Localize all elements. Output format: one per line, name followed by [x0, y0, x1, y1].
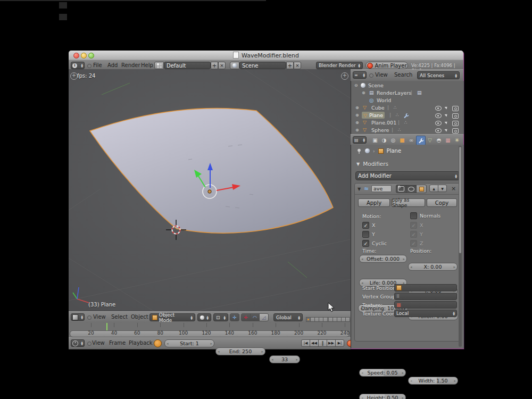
screen-layout-field[interactable]: Default — [164, 62, 211, 69]
normals-x-checkbox[interactable]: ✓ — [410, 222, 417, 229]
outliner-item-label[interactable]: Plane — [369, 112, 383, 118]
outliner-item-label[interactable]: Sphere — [371, 127, 389, 133]
delete-scene-button[interactable]: × — [294, 62, 301, 69]
apply-as-shape-button[interactable]: pply as Shape — [392, 198, 425, 207]
add-scene-button[interactable]: + — [286, 62, 294, 69]
outliner-item-label[interactable]: Plane.001 — [371, 120, 396, 126]
outliner-row-world[interactable]: ◎ World — [351, 97, 464, 104]
texture-coord-dropdown[interactable]: Local — [394, 310, 457, 317]
camera-restrict-icon[interactable] — [452, 106, 459, 111]
outliner-tree[interactable]: ⊖ Scene ⊕ ▤ RenderLayers | ▤ ◎ World ⊕ ▽… — [351, 81, 464, 134]
modifier-name-field[interactable]: ave — [371, 185, 392, 192]
mesh-data-icon[interactable]: ∴ — [398, 127, 401, 132]
mesh-data-icon[interactable]: ∴ — [404, 120, 408, 125]
pause-icon[interactable]: ‖ — [318, 339, 327, 347]
camera-restrict-icon[interactable] — [452, 128, 459, 134]
menu-playback[interactable]: Playback — [129, 340, 153, 346]
normals-y-checkbox[interactable]: ✓ — [410, 231, 417, 238]
camera-restrict-icon[interactable] — [452, 113, 459, 119]
add-layout-button[interactable]: + — [211, 62, 218, 69]
properties-shelf-plus-icon[interactable]: + — [341, 72, 348, 80]
position-x-field[interactable]: X: 0.00 — [408, 263, 458, 271]
cursor-arrow-icon[interactable] — [445, 120, 448, 124]
menu-render[interactable]: Render — [121, 62, 140, 68]
editor-type-selector-properties[interactable]: ▤ — [353, 136, 367, 144]
outliner-item-label[interactable]: Scene — [368, 82, 384, 88]
texture-field[interactable]: ▦ — [394, 301, 457, 309]
header-collapse-dot[interactable] — [369, 73, 373, 78]
delete-x-icon[interactable]: × — [451, 185, 456, 192]
menu-view[interactable]: View — [375, 72, 388, 78]
header-collapse-dot[interactable] — [87, 342, 92, 346]
cyclic-row[interactable]: ✓ Cyclic — [362, 240, 387, 247]
editor-type-selector-3dview[interactable] — [71, 313, 85, 321]
editor-type-selector-timeline[interactable] — [71, 339, 85, 347]
speed-slider[interactable]: Speed: 0.05 — [359, 369, 406, 377]
motion-x-row[interactable]: ✓ X — [362, 222, 376, 229]
properties-scrollbar[interactable] — [459, 146, 462, 347]
mesh-data-icon[interactable]: ∴ — [394, 105, 397, 110]
pin-icon[interactable] — [356, 148, 362, 154]
eye-icon[interactable] — [435, 128, 442, 133]
menu-object[interactable]: Object — [131, 314, 148, 320]
wrench-icon[interactable] — [403, 113, 409, 119]
texture-tab-icon[interactable]: ▦ — [444, 136, 452, 144]
render-engine-dropdown[interactable]: Blender Render — [316, 62, 363, 69]
outliner-item-label[interactable]: Cube — [371, 105, 385, 111]
header-collapse-dot[interactable] — [87, 64, 92, 68]
frame-start-field[interactable]: Start: 1 — [164, 339, 214, 347]
width-slider[interactable]: Width: 1.50 — [408, 377, 458, 385]
modifier-expand-icon[interactable]: ▼ — [358, 187, 361, 192]
modifiers-panel-title[interactable]: ▼ Modifiers — [356, 161, 388, 167]
cursor-arrow-icon[interactable] — [445, 128, 448, 131]
menu-view[interactable]: View — [93, 314, 106, 320]
object-data-icon[interactable] — [365, 148, 370, 153]
current-frame-playhead[interactable] — [106, 323, 107, 330]
current-frame-field[interactable]: 33 — [269, 355, 300, 363]
anim-player-button[interactable]: Anim Player — [365, 62, 408, 69]
scenes-filter-dropdown[interactable]: All Scenes — [417, 71, 460, 79]
eye-icon[interactable] — [435, 113, 442, 118]
next-key-icon[interactable]: ▶▶ — [327, 339, 336, 347]
viewport-canvas[interactable] — [69, 69, 351, 311]
scene-field[interactable]: Scene — [239, 62, 286, 69]
scene-ball-icon[interactable] — [230, 62, 239, 69]
expand-plus-icon[interactable]: ⊕ — [355, 113, 359, 118]
renderlayer-data-icon[interactable]: ▤ — [417, 90, 422, 95]
translate-tool-button[interactable]: ✛ — [241, 313, 251, 321]
apply-button[interactable]: Apply — [358, 198, 390, 207]
layout-grid-icon[interactable] — [154, 62, 164, 69]
render-toggle-icon[interactable] — [396, 185, 406, 193]
menu-help[interactable]: Help — [141, 62, 153, 68]
particles-tab-icon[interactable]: ✳ — [453, 136, 461, 144]
orientation-dropdown[interactable]: Global — [273, 313, 303, 321]
material-tab-icon[interactable]: ◓ — [435, 136, 443, 144]
expand-plus-icon[interactable]: ⊕ — [355, 128, 359, 132]
timeline-ruler[interactable]: 20406080100120140160180200220240 — [69, 323, 351, 338]
add-modifier-dropdown[interactable]: Add Modifier — [355, 171, 460, 180]
menu-add[interactable]: Add — [107, 62, 118, 68]
jump-end-icon[interactable]: ▶| — [335, 339, 344, 347]
normals-z-row[interactable]: ✓Z — [410, 240, 423, 247]
manipulator-toggle[interactable]: ✛ — [230, 313, 239, 321]
eye-icon[interactable] — [435, 121, 442, 126]
normals-y-row[interactable]: ✓Y — [410, 231, 423, 238]
cursor-arrow-icon[interactable] — [445, 113, 448, 117]
outliner-row-plane001[interactable]: ⊕ ▽ Plane.001 | ∴ — [351, 119, 464, 127]
object-tab-icon[interactable]: ■ — [398, 136, 406, 144]
vertex-group-field[interactable]: ⠿ — [394, 293, 457, 300]
editmode-toggle-icon[interactable] — [416, 185, 427, 193]
data-tab-icon[interactable]: ▽ — [426, 136, 434, 144]
constraints-tab-icon[interactable]: ∞ — [407, 136, 415, 144]
modifier-tab-icon[interactable] — [416, 136, 426, 145]
menu-file[interactable]: File — [93, 62, 102, 68]
offset-field[interactable]: Offset: 0.000 — [359, 255, 407, 263]
menu-select[interactable]: Select — [111, 314, 128, 320]
jump-start-icon[interactable]: |◀ — [301, 339, 310, 347]
normals-checkbox[interactable] — [410, 212, 417, 219]
normals-z-checkbox[interactable]: ✓ — [410, 240, 417, 247]
scale-tool-button[interactable]: ◿ — [259, 313, 269, 321]
outliner-row-scene[interactable]: ⊖ Scene — [351, 82, 464, 89]
scene-tab-icon[interactable]: ◑ — [380, 136, 388, 144]
height-slider[interactable]: Height: 0.50 — [359, 394, 406, 399]
